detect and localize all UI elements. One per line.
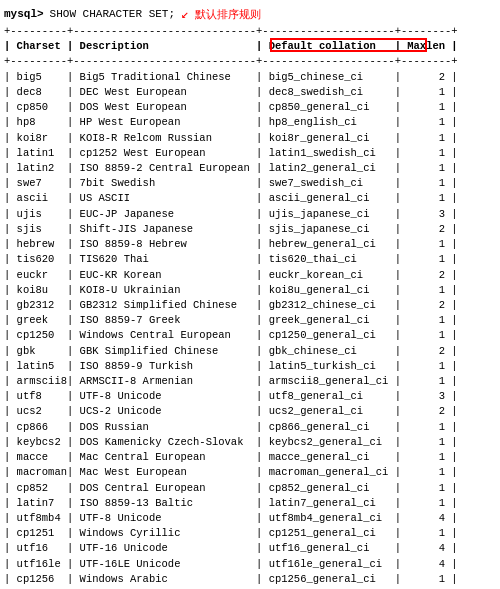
table-row: | utf16le | UTF-16LE Unicode | utf16le_g… bbox=[0, 557, 500, 572]
table-row: | cp852 | DOS Central European | cp852_g… bbox=[0, 481, 500, 496]
table-header-border: +---------+-----------------------------… bbox=[0, 54, 500, 69]
table-row: | latin5 | ISO 8859-9 Turkish | latin5_t… bbox=[0, 359, 500, 374]
table-row: | dec8 | DEC West European | dec8_swedis… bbox=[0, 85, 500, 100]
table-row: | ascii | US ASCII | ascii_general_ci | … bbox=[0, 191, 500, 206]
table-row: | cp1251 | Windows Cyrillic | cp1251_gen… bbox=[0, 526, 500, 541]
table-row: | cp866 | DOS Russian | cp866_general_ci… bbox=[0, 420, 500, 435]
table-row: | utf8mb4 | UTF-8 Unicode | utf8mb4_gene… bbox=[0, 511, 500, 526]
table-row: | gb2312 | GB2312 Simplified Chinese | g… bbox=[0, 298, 500, 313]
table-row: | keybcs2 | DOS Kamenicky Czech-Slovak |… bbox=[0, 435, 500, 450]
table-row: | cp850 | DOS West European | cp850_gene… bbox=[0, 100, 500, 115]
table-row: | utf8 | UTF-8 Unicode | utf8_general_ci… bbox=[0, 389, 500, 404]
table-row: | latin1 | cp1252 West European | latin1… bbox=[0, 146, 500, 161]
table-row: | hebrew | ISO 8859-8 Hebrew | hebrew_ge… bbox=[0, 237, 500, 252]
table-row: | euckr | EUC-KR Korean | euckr_korean_c… bbox=[0, 268, 500, 283]
table-row: | latin2 | ISO 8859-2 Central European |… bbox=[0, 161, 500, 176]
table-row: | macroman| Mac West European | macroman… bbox=[0, 465, 500, 480]
table-row: | latin7 | ISO 8859-13 Baltic | latin7_g… bbox=[0, 496, 500, 511]
table-row: | greek | ISO 8859-7 Greek | greek_gener… bbox=[0, 313, 500, 328]
terminal-window: mysql> SHOW CHARACTER SET; ↙ 默认排序规则 +---… bbox=[0, 0, 500, 589]
table-row: | cp1256 | Windows Arabic | cp1256_gener… bbox=[0, 572, 500, 587]
annotation-arrow: ↙ bbox=[181, 6, 189, 22]
annotation-text: 默认排序规则 bbox=[195, 7, 261, 22]
table-header: | Charset | Description | Default collat… bbox=[0, 39, 500, 54]
table-row: | ucs2 | UCS-2 Unicode | ucs2_general_ci… bbox=[0, 404, 500, 419]
table-row: | gbk | GBK Simplified Chinese | gbk_chi… bbox=[0, 344, 500, 359]
table-row: | ujis | EUC-JP Japanese | ujis_japanese… bbox=[0, 207, 500, 222]
command-text: SHOW CHARACTER SET; bbox=[50, 8, 175, 20]
table-row: | cp1250 | Windows Central European | cp… bbox=[0, 328, 500, 343]
table-row: | armscii8| ARMSCII-8 Armenian | armscii… bbox=[0, 374, 500, 389]
table-row: | koi8r | KOI8-R Relcom Russian | koi8r_… bbox=[0, 131, 500, 146]
table-row: | koi8u | KOI8-U Ukrainian | koi8u_gener… bbox=[0, 283, 500, 298]
table-row: | swe7 | 7bit Swedish | swe7_swedish_ci … bbox=[0, 176, 500, 191]
table-row: | macce | Mac Central European | macce_g… bbox=[0, 450, 500, 465]
table-row: | big5 | Big5 Traditional Chinese | big5… bbox=[0, 70, 500, 85]
table-row: | tis620 | TIS620 Thai | tis620_thai_ci … bbox=[0, 252, 500, 267]
table-top-border: +---------+-----------------------------… bbox=[0, 24, 500, 39]
prompt-line: mysql> SHOW CHARACTER SET; ↙ 默认排序规则 bbox=[0, 4, 500, 24]
mysql-prompt: mysql> bbox=[4, 8, 44, 20]
table-row: | utf16 | UTF-16 Unicode | utf16_general… bbox=[0, 541, 500, 556]
charset-table: +---------+-----------------------------… bbox=[0, 24, 500, 589]
table-row: | hp8 | HP West European | hp8_english_c… bbox=[0, 115, 500, 130]
table-row: | sjis | Shift-JIS Japanese | sjis_japan… bbox=[0, 222, 500, 237]
